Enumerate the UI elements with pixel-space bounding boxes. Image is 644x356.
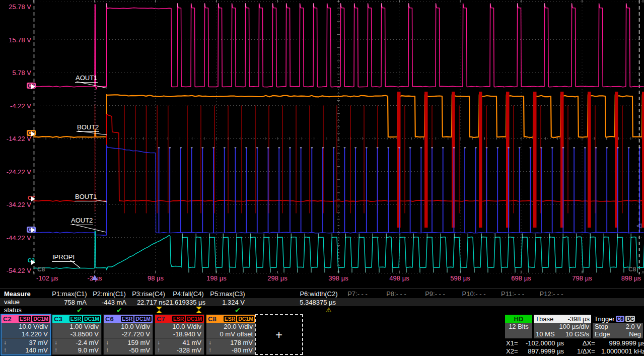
time-axis-label: -102 µs (36, 274, 58, 282)
channel-badges: ESRDC1M (121, 316, 153, 322)
channel-name: C7 (155, 315, 165, 323)
voltage-axis-label: -14.22 V (0, 135, 31, 143)
max-arrow-icon: ↑ (54, 346, 57, 353)
timebase-samples: 10 MS (536, 330, 555, 338)
coupling-badge[interactable]: DC1M (134, 316, 152, 322)
channel-box-c6[interactable]: C6ESRDC1M10.0 V/div-27.720 V159 mV↓-50 m… (103, 314, 153, 355)
channel-min: 159 mV (104, 339, 153, 346)
coupling-badge[interactable]: ESR (69, 316, 83, 322)
min-arrow-icon: ↓ (54, 339, 57, 346)
coupling-badge[interactable]: DC1M (83, 316, 100, 322)
channel-min: 41 mV (155, 339, 204, 346)
channel-scale: 1.00 V/div (52, 323, 101, 330)
channel-box-c2[interactable]: C2ESRDC1M10.0 V/div14.220 V37 mV↓140 mV↑ (1, 314, 51, 355)
min-arrow-icon: ↓ (4, 339, 7, 346)
channel-max: -80 mV (206, 346, 255, 354)
trigger-time-marker[interactable] (92, 275, 98, 280)
channel-stats: 159 mV↓-50 mV↑ (104, 338, 153, 354)
inv-dx-value: 1.0000001 kHz (597, 347, 644, 355)
channel-name: C3 (52, 315, 62, 323)
trigger-slope: Neg (629, 330, 641, 338)
channel-min: 37 mV (2, 339, 50, 346)
channel-max: 140 mV (2, 346, 50, 354)
max-arrow-icon: ↑ (106, 346, 109, 353)
channel-box-c8[interactable]: C8ESRDC1M20.0 V/div0 mV offset178 mV↓-80… (206, 314, 256, 355)
voltage-axis-label: 15.78 V (0, 36, 31, 44)
dx-label: ΔX= (566, 339, 595, 347)
trace-label-bout1[interactable]: BOUT1 (75, 193, 97, 201)
time-axis-label: 498 µs (385, 274, 413, 282)
channel-box-c3[interactable]: C3ESRDC1M1.00 V/div-3.8500 V-2.4 mV↓9.0 … (52, 314, 102, 355)
channel-marker-arrow (31, 228, 35, 233)
channel-box-header: C6ESRDC1M (104, 315, 153, 323)
channel-marker-arrow (31, 131, 35, 136)
trace-label-aout1[interactable]: AOUT1 (75, 74, 98, 83)
measure-row-label: value (4, 298, 20, 306)
measure-row-label: Measure (4, 290, 31, 298)
channel-max: -328 mV (155, 346, 204, 354)
voltage-axis-label: 25.78 V (0, 3, 31, 11)
trace-label-aout2[interactable]: AOUT2 (70, 217, 93, 225)
hd-box[interactable]: HD 12 Bits (505, 315, 532, 338)
channel-marker-arrow (31, 196, 35, 201)
channel-scale: 20.0 V/div (206, 323, 255, 330)
voltage-axis-label: -34.22 V (0, 201, 31, 208)
coupling-badge[interactable]: DC1M (186, 316, 203, 322)
coupling-badge[interactable]: DC1M (237, 316, 254, 322)
add-channel-button[interactable]: + (255, 314, 303, 355)
channel-badges: ESRDC1M (172, 316, 204, 322)
channel-min: -2.4 mV (52, 339, 101, 346)
status-unstable-icon (156, 307, 163, 313)
trigger-level-marker[interactable]: ◁ (636, 222, 641, 229)
coupling-badge[interactable]: ESR (172, 316, 185, 322)
channel-box-header: C2ESRDC1M (2, 315, 50, 323)
coupling-badge[interactable]: DC1M (32, 316, 49, 322)
min-arrow-icon: ↓ (157, 339, 160, 346)
channel-name: C2 (2, 315, 12, 323)
channel-stats: 37 mV↓140 mV↑ (2, 338, 50, 354)
trace-label-ipropi[interactable]: IPROPI (52, 253, 75, 262)
time-axis-label: 298 µs (263, 274, 292, 282)
channel-box-header: C8ESRDC1M (206, 315, 255, 323)
channel-offset: -18.940 V (155, 330, 204, 338)
min-arrow-icon: ↓ (208, 339, 211, 346)
channel-scale: 10.0 V/div (2, 323, 50, 330)
voltage-axis-label: -44.22 V (0, 234, 31, 242)
coupling-badge[interactable]: ESR (224, 316, 237, 322)
time-axis-label: 898 µs (621, 274, 641, 282)
coupling-badge[interactable]: ESR (121, 316, 134, 322)
timebase-title: Tbase (535, 315, 553, 323)
waveform-plot-area[interactable]: 25.78 V15.78 V5.78 V-4.22 V-14.22 V-24.2… (0, 0, 644, 282)
trace-tag-c8-left: C8 (37, 266, 45, 273)
measure-param-header-p12[interactable]: P12:- - - (521, 290, 582, 298)
max-arrow-icon: ↑ (4, 346, 7, 353)
voltage-axis-label: -24.22 V (0, 168, 31, 176)
status-unstable-icon (195, 307, 202, 313)
measure-param-value-p6: 5.348375 µs (280, 299, 336, 306)
channel-marker-arrow (31, 84, 35, 89)
max-arrow-icon: ↑ (157, 346, 160, 353)
time-axis-label: 598 µs (446, 274, 474, 282)
trigger-coupling-badge: DC (625, 316, 635, 322)
time-axis-label: 198 µs (202, 274, 231, 282)
time-axis-label: 798 µs (568, 274, 596, 282)
measure-param-header-p5[interactable]: P5:max(C3) (197, 290, 258, 298)
measure-param-value-p5: 1.324 V (189, 299, 245, 306)
status-ok-icon: ✔ (235, 306, 241, 314)
channel-max: -50 mV (104, 346, 153, 354)
channel-box-c7[interactable]: C7ESRDC1M10.0 V/div-18.940 V41 mV↓-328 m… (155, 314, 204, 355)
hd-bits: 12 Bits (505, 323, 532, 330)
measure-divider (0, 289, 644, 289)
trace-label-bout2[interactable]: BOUT2 (77, 123, 99, 132)
channel-min: 178 mV (206, 339, 255, 346)
coupling-badge[interactable]: ESR (19, 316, 32, 322)
trigger-box[interactable]: Trigger C6 DC Stop 2.0 V Edge Neg (593, 315, 643, 338)
channel-stats: 41 mV↓-328 mV↑ (155, 338, 204, 354)
x1-value: -102.0000 µs (520, 339, 564, 347)
time-axis-label: 98 µs (141, 274, 170, 282)
dx-value: 999.9999 µs (597, 339, 644, 347)
timebase-box[interactable]: Tbase -398 µs 100 µs/div 10 MS 10 GS/s (534, 315, 591, 338)
trace-tag-c8-right: C8 (628, 266, 636, 273)
trigger-mode: Stop (595, 323, 608, 330)
waveform-svg (0, 0, 644, 282)
